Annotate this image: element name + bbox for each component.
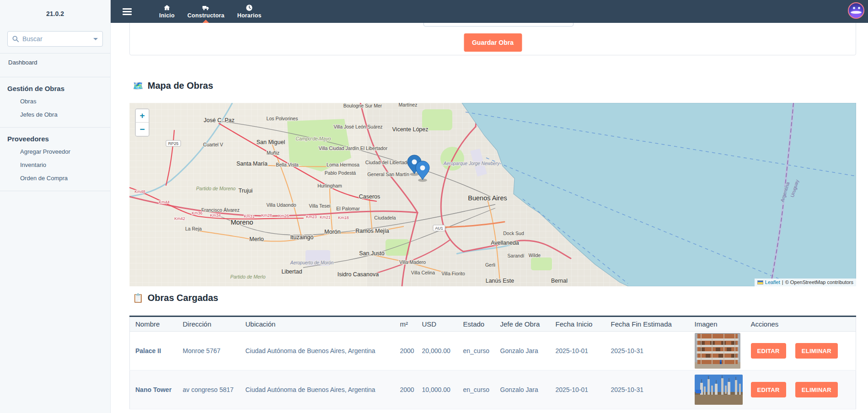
map-label: José C. Paz [204, 117, 234, 123]
table-row: Palace IIMonroe 5767Ciudad Autónoma de B… [130, 332, 856, 370]
col-fecha-fin: Fecha Fin Estimada [605, 316, 689, 332]
delete-button[interactable]: ELIMINAR [795, 382, 838, 397]
col-direccion: Dirección [177, 316, 240, 332]
cell-inicio: 2025-10-01 [550, 370, 605, 409]
map-label: Villa Ciudad Jardín El Libertador [319, 145, 388, 151]
map-label: Gerli [485, 262, 495, 268]
delete-button[interactable]: ELIMINAR [795, 343, 838, 359]
zoom-in-button[interactable]: + [136, 109, 149, 123]
map-label: Muñiz [267, 150, 279, 156]
map-label: La Reja [185, 226, 202, 231]
map-label: Bernal [551, 278, 568, 284]
hamburger-icon[interactable] [123, 7, 132, 16]
map-label: San Miguel [257, 139, 285, 145]
map-label: El Palomar [336, 206, 360, 211]
map-label: Km44 [159, 200, 170, 204]
sidebar: 21.0.2 Buscar Dashboard Gestión de Obras… [0, 0, 111, 413]
svg-text:RP25: RP25 [168, 141, 179, 146]
edit-button[interactable]: EDITAR [751, 382, 786, 397]
map-label: Km34 [210, 213, 221, 218]
map-label: Km26 [278, 214, 289, 218]
road-badge: RP25 [166, 140, 181, 146]
map-label: Km18 [338, 215, 349, 220]
map-label: Cuartel V [203, 142, 223, 147]
col-jefe: Jefe de Obra [495, 316, 550, 332]
active-tab-caret [203, 20, 209, 23]
sidebar-item-orden-de-compra[interactable]: Orden de Compra [0, 171, 110, 184]
user-avatar[interactable] [848, 2, 864, 19]
col-nombre: Nombre [130, 316, 177, 332]
col-estado: Estado [458, 316, 495, 332]
map-label: Isidro Casanova [338, 271, 379, 278]
col-m2: m² [395, 316, 417, 332]
map-label: Morón [324, 229, 340, 235]
map-label: Aeropuerto de Morón [290, 260, 334, 265]
clock-icon [246, 4, 253, 11]
map-label: Caseros [359, 193, 380, 200]
map-label: Villa José León Suárez [333, 124, 382, 129]
obra-form-card: Guardar Obra [129, 18, 856, 55]
map-label: Km21 [320, 215, 331, 220]
tab-constructora[interactable]: Constructora [181, 0, 231, 23]
col-usd: USD [417, 316, 458, 332]
cell-ubicacion: Ciudad Autónoma de Buenos Aires, Argenti… [240, 332, 395, 370]
table-header-row: Nombre Dirección Ubicación m² USD Estado… [130, 316, 856, 332]
cell-acciones: EDITARELIMINAR [745, 332, 856, 370]
sidebar-item-obras[interactable]: Obras [0, 94, 110, 107]
cell-m2: 2000 [395, 332, 417, 370]
map-label: Ramos Mejía [355, 228, 389, 234]
map-label: Sarandí [508, 253, 525, 258]
obras-section-title: Obras Cargadas [148, 293, 219, 303]
map-label: Villa Udaondo [266, 202, 296, 208]
cell-direccion: av congreso 5817 [177, 370, 240, 409]
zoom-out-button[interactable]: − [136, 123, 149, 136]
map-label: General San Martín [367, 172, 409, 177]
cell-usd: 10,000.00 [417, 370, 458, 409]
search-select[interactable]: Buscar [7, 31, 103, 47]
sidebar-item-jefes-de-obra[interactable]: Jefes de Obra [0, 107, 110, 121]
osm-attribution: © OpenStreetMap contributors [785, 279, 853, 285]
obras-table: Nombre Dirección Ubicación m² USD Estado… [129, 316, 856, 409]
tab-inicio[interactable]: Inicio [153, 0, 181, 23]
leaflet-link[interactable]: Leaflet [765, 279, 780, 285]
cell-imagen [689, 332, 745, 370]
road-badge: AU1 [433, 225, 445, 231]
sidebar-section-gestion: Gestión de Obras [0, 77, 110, 94]
edit-button[interactable]: EDITAR [751, 343, 786, 359]
tab-horarios[interactable]: Horarios [231, 0, 268, 23]
sidebar-section-proveedores: Proveedores [0, 128, 110, 145]
map-label: Km31 [244, 214, 255, 219]
cell-imagen [689, 370, 745, 409]
clipboard-icon: 📋 [133, 293, 144, 303]
top-navbar: Inicio Constructora Horarios [111, 0, 868, 23]
map-label: Pablo Podestá [325, 170, 356, 176]
map-label: Francisco Álvarez [201, 207, 239, 213]
truck-icon [202, 4, 209, 11]
map-label: Km28 [261, 213, 272, 218]
search-placeholder: Buscar [22, 35, 93, 43]
map-zoom-control: + − [135, 108, 150, 137]
map-section-title: Mapa de Obras [148, 80, 213, 91]
map-label: Los Polvorines [267, 116, 298, 121]
sidebar-item-agregar-proveedor[interactable]: Agregar Proveedor [0, 145, 110, 158]
chevron-down-icon [93, 38, 98, 40]
map-label: Aeroparque Jorge Newbery [443, 161, 500, 166]
map-label: Villa Fiorito [441, 271, 465, 276]
cell-direccion: Monroe 5767 [177, 332, 240, 370]
obras-map[interactable]: Boulogne Sur MerMartínezLos PolvorinesJo… [129, 103, 856, 286]
cell-fin: 2025-10-31 [605, 332, 689, 370]
sidebar-item-inventario[interactable]: Inventario [0, 158, 110, 171]
cell-fin: 2025-10-31 [605, 370, 689, 409]
sidebar-item-dashboard[interactable]: Dashboard [0, 54, 110, 70]
map-canvas[interactable]: Boulogne Sur MerMartínezLos PolvorinesJo… [129, 103, 856, 286]
save-obra-button[interactable]: Guardar Obra [464, 33, 522, 52]
col-ubicacion: Ubicación [240, 316, 395, 332]
cell-estado: en_curso [458, 332, 495, 370]
map-label: Km48 [134, 189, 145, 194]
divider [0, 191, 110, 191]
obra-image-pillars [695, 375, 743, 405]
map-label: Buenos Aires [468, 194, 507, 202]
table-row: Nano Towerav congreso 5817Ciudad Autónom… [130, 370, 856, 409]
map-label: Merlo [249, 236, 263, 242]
world-map-icon: 🗺️ [133, 80, 144, 91]
